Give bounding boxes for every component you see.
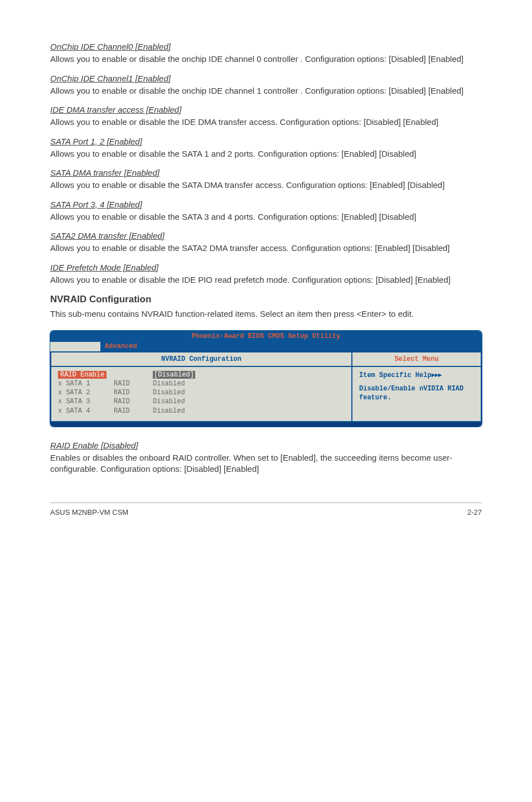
- bios-bottom-bar: [50, 422, 482, 427]
- bios-row-sata4-col3: Disabled: [153, 407, 242, 416]
- bios-left-pane: NVRAID Configuration RAID Enable Disable…: [50, 351, 352, 422]
- arrow-right-icon: ▸▸▸: [432, 371, 442, 379]
- bios-row-sata4-col2: RAID: [114, 407, 153, 416]
- bios-tab-row: Advanced: [50, 342, 482, 351]
- nvraid-configuration-intro: This sub-menu contains NVRAID function-r…: [50, 308, 482, 320]
- bios-row-sata3-col3: Disabled: [153, 397, 242, 406]
- bios-help-title: Item Specific Help: [359, 371, 432, 379]
- bios-row-sata3-col2: RAID: [114, 397, 153, 406]
- bios-row-selected-spacer: [114, 370, 153, 379]
- bios-help-title-row: Item Specific Help▸▸▸: [359, 370, 474, 380]
- onchip-ide-channel0-title: OnChip IDE Channel0 [Enabled]: [50, 41, 482, 52]
- bios-row-sata1-col1: x SATA 1: [58, 379, 114, 388]
- footer-page-number: 2-27: [467, 508, 482, 518]
- sata-port-1-2-title: SATA Port 1, 2 [Enabled]: [50, 136, 482, 147]
- sata-port-1-2-body: Allows you to enable or disable the SATA…: [50, 148, 482, 160]
- ide-prefetch-mode-title: IDE Prefetch Mode [Enabled]: [50, 262, 482, 273]
- page-footer: ASUS M2NBP-VM CSM 2-27: [50, 503, 482, 518]
- ide-prefetch-mode-body: Allows you to enable or disable the IDE …: [50, 274, 482, 286]
- sata-dma-transfer-title: SATA DMA transfer [Enabled]: [50, 167, 482, 178]
- bios-row-sata4: x SATA 4 RAID Disabled: [58, 407, 345, 416]
- raid-enable-title: RAID Enable [Disabled]: [50, 440, 482, 451]
- onchip-ide-channel1-body: Allows you to enable or disable the onch…: [50, 85, 482, 96]
- bios-row-sata3-col1: x SATA 3: [58, 397, 114, 406]
- bios-row-sata1-col3: Disabled: [153, 379, 242, 388]
- bios-right-title: Select Menu: [352, 352, 481, 367]
- footer-product: ASUS M2NBP-VM CSM: [50, 508, 128, 518]
- bios-tab-rest: [142, 342, 482, 351]
- bios-row-sata1: x SATA 1 RAID Disabled: [58, 379, 345, 388]
- bios-row-sata2-col1: x SATA 2: [58, 388, 114, 397]
- bios-row-sata2: x SATA 2 RAID Disabled: [58, 388, 345, 397]
- raid-enable-body: Enables or disables the onboard RAID con…: [50, 452, 482, 475]
- sata-port-3-4-title: SATA Port 3, 4 [Enabled]: [50, 199, 482, 210]
- bios-row-selected: RAID Enable Disabled: [58, 370, 345, 379]
- bios-row-sata3: x SATA 3 RAID Disabled: [58, 397, 345, 406]
- bios-row-sata4-col1: x SATA 4: [58, 407, 114, 416]
- bios-tab-advanced: Advanced: [100, 342, 142, 351]
- onchip-ide-channel0-body: Allows you to enable or disable the onch…: [50, 54, 482, 65]
- bios-right-pane: Select Menu Item Specific Help▸▸▸ Disabl…: [352, 351, 482, 422]
- sata-port-3-4-body: Allows you to enable or disable the SATA…: [50, 211, 482, 223]
- bios-help-body: Disable/Enable nVIDIA RIAD feature.: [359, 384, 474, 402]
- sata-dma-transfer-body: Allows you to enable or disable the SATA…: [50, 180, 482, 191]
- bios-row-sata2-col2: RAID: [114, 388, 153, 397]
- raid-enable-value: Disabled: [153, 371, 195, 379]
- bios-banner-text: Phoenix-Award BIOS CMOS Setup Utility: [192, 332, 340, 340]
- bios-setup-figure: Phoenix-Award BIOS CMOS Setup Utility Ad…: [50, 331, 482, 427]
- raid-enable-label: RAID Enable: [58, 371, 107, 379]
- bios-tab-spacer: [50, 342, 100, 351]
- bios-row-sata1-col2: RAID: [114, 379, 153, 388]
- sata2-dma-transfer-title: SATA2 DMA transfer [Enabled]: [50, 230, 482, 241]
- sata2-dma-transfer-body: Allows you to enable or disable the SATA…: [50, 243, 482, 254]
- bios-row-sata2-col3: Disabled: [153, 388, 242, 397]
- onchip-ide-channel1-title: OnChip IDE Channel1 [Enabled]: [50, 73, 482, 84]
- ide-dma-transfer-body: Allows you to enable or disable the IDE …: [50, 117, 482, 128]
- nvraid-configuration-heading: NVRAID Configuration: [50, 293, 482, 306]
- bios-left-title: NVRAID Configuration: [51, 352, 351, 367]
- bios-banner: Phoenix-Award BIOS CMOS Setup Utility: [50, 331, 482, 342]
- ide-dma-transfer-title: IDE DMA transfer access [Enabled]: [50, 104, 482, 115]
